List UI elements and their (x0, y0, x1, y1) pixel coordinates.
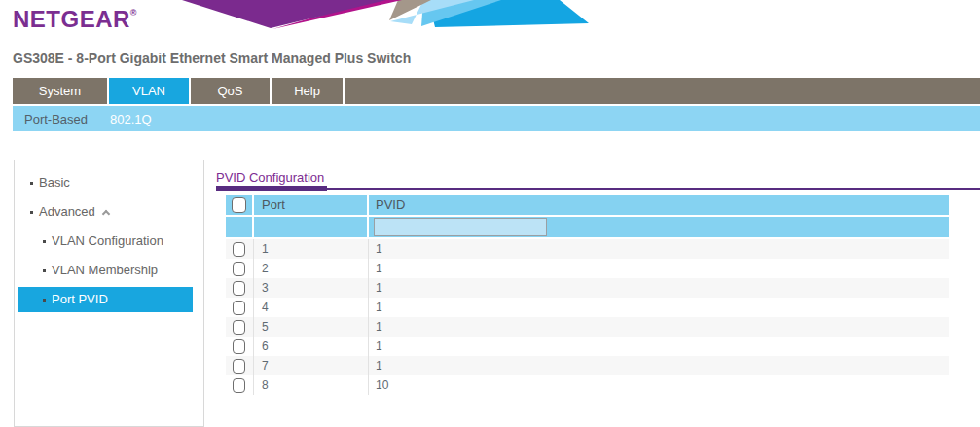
pvid-cell: 1 (369, 239, 949, 259)
table-row: 4 1 (226, 298, 949, 317)
pvid-cell: 1 (369, 259, 949, 278)
subnav-item-8021q[interactable]: 802.1Q (99, 112, 163, 126)
port-cell: 2 (254, 259, 369, 278)
table-row: 5 1 (226, 317, 949, 337)
netgear-logo: NETGEAR® (13, 6, 137, 33)
sidebar-item-vlan-membership[interactable]: VLAN Membership (15, 256, 203, 285)
table-row: 8 10 (226, 375, 949, 395)
sidebar-item-vlan-configuration[interactable]: VLAN Configuration (15, 227, 203, 256)
pvid-cell: 1 (369, 298, 949, 317)
pvid-table: Port PVID 1 1 2 1 3 1 4 1 (226, 195, 949, 395)
nav-filler (345, 78, 980, 104)
table-row: 6 1 (226, 337, 949, 356)
row-checkbox[interactable] (233, 378, 245, 393)
sidebar: Basic Advanced VLAN Configuration VLAN M… (14, 160, 204, 427)
table-row: 1 1 (226, 239, 949, 259)
pvid-filter-input[interactable] (374, 218, 547, 236)
table-filter-row (226, 217, 949, 239)
banner-graphic (180, 0, 594, 29)
row-checkbox[interactable] (233, 339, 245, 354)
bullet-icon (43, 299, 46, 302)
table-row: 3 1 (226, 278, 949, 298)
bullet-icon (43, 240, 46, 243)
column-header-pvid: PVID (369, 195, 949, 215)
pvid-cell: 1 (369, 337, 949, 356)
port-cell: 6 (254, 337, 369, 356)
main-nav: System VLAN QoS Help (13, 78, 980, 104)
tab-vlan[interactable]: VLAN (109, 78, 189, 104)
port-cell: 4 (254, 298, 369, 317)
heading-rule (216, 188, 980, 190)
chevron-up-icon (102, 210, 110, 218)
table-header-row: Port PVID (226, 195, 949, 217)
heading-underline (216, 186, 327, 191)
column-header-port: Port (254, 195, 369, 215)
select-all-checkbox[interactable] (232, 197, 246, 213)
pvid-cell: 1 (369, 356, 949, 375)
bullet-icon (30, 211, 33, 214)
row-checkbox[interactable] (233, 242, 245, 257)
port-cell: 8 (254, 375, 369, 395)
sidebar-item-port-pvid[interactable]: Port PVID (18, 287, 193, 312)
row-checkbox[interactable] (233, 301, 245, 315)
page-title: PVID Configuration (216, 170, 324, 185)
row-checkbox[interactable] (233, 320, 245, 335)
page: NETGEAR® GS308E - 8-Port Gigabit Etherne… (0, 0, 980, 427)
port-cell: 5 (254, 317, 369, 337)
registered-mark: ® (130, 8, 137, 18)
pvid-cell: 1 (369, 278, 949, 298)
pvid-cell: 1 (369, 317, 949, 337)
port-cell: 3 (254, 278, 369, 298)
product-title: GS308E - 8-Port Gigabit Ethernet Smart M… (13, 51, 411, 66)
table-row: 2 1 (226, 259, 949, 278)
table-row: 7 1 (226, 356, 949, 375)
subnav-item-port-based[interactable]: Port-Based (13, 112, 99, 126)
pvid-cell: 10 (369, 375, 949, 395)
row-checkbox[interactable] (233, 281, 245, 296)
bullet-icon (43, 269, 46, 272)
tab-help[interactable]: Help (272, 78, 343, 104)
row-checkbox[interactable] (233, 359, 245, 374)
sidebar-item-advanced[interactable]: Advanced (15, 197, 203, 227)
bullet-icon (30, 182, 33, 185)
tab-system[interactable]: System (13, 78, 107, 104)
sub-nav: Port-Based 802.1Q (13, 106, 980, 131)
sidebar-item-basic[interactable]: Basic (15, 168, 203, 197)
tab-qos[interactable]: QoS (191, 78, 270, 104)
port-cell: 1 (254, 239, 369, 259)
row-checkbox[interactable] (233, 262, 245, 276)
port-cell: 7 (254, 356, 369, 375)
